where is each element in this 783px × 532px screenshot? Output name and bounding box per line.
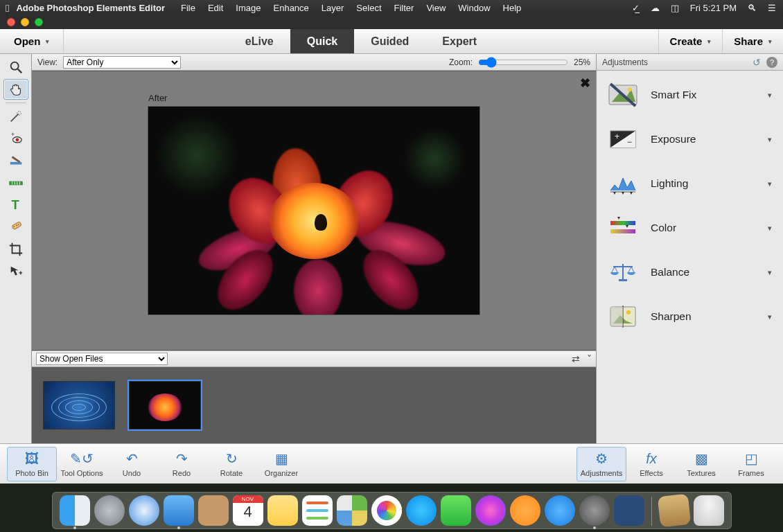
- textures-tab-button[interactable]: ▩Textures: [676, 447, 726, 481]
- dock-trash[interactable]: [694, 495, 724, 526]
- dock-pse-organizer[interactable]: [614, 495, 644, 526]
- apple-menu[interactable]: : [6, 2, 16, 14]
- help-icon[interactable]: ?: [766, 57, 777, 68]
- dock-appstore[interactable]: [545, 495, 575, 526]
- crop-tool[interactable]: [3, 239, 28, 260]
- adjustments-panel: Adjustments ↺ ? Smart Fix ▾ +− Exposure …: [596, 54, 783, 443]
- adj-sharpen[interactable]: Sharpen ▾: [604, 299, 776, 334]
- redo-button[interactable]: ↷Redo: [157, 447, 206, 481]
- mode-tab-quick[interactable]: Quick: [290, 29, 354, 53]
- clock[interactable]: Fri 5:21 PM: [689, 3, 738, 13]
- rotate-icon: ↻: [226, 450, 238, 467]
- menu-select[interactable]: Select: [350, 3, 387, 13]
- dock-recent-doc[interactable]: [657, 494, 690, 527]
- dock-mail[interactable]: [164, 495, 194, 526]
- whiten-teeth-tool[interactable]: [3, 150, 28, 171]
- spotlight-icon[interactable]: 🔍︎: [746, 3, 758, 13]
- dock-launchpad[interactable]: [94, 495, 125, 526]
- type-tool[interactable]: T: [3, 195, 28, 215]
- dock-messages[interactable]: [406, 495, 437, 526]
- adj-balance[interactable]: Balance ▾: [604, 255, 776, 290]
- notification-center-icon[interactable]: ☰: [766, 3, 777, 13]
- frames-icon: ◰: [745, 450, 758, 467]
- adj-exposure[interactable]: +− Exposure ▾: [604, 122, 776, 157]
- svg-line-2: [10, 114, 18, 121]
- close-document-button[interactable]: ✖: [580, 76, 590, 91]
- menu-help[interactable]: Help: [497, 3, 528, 13]
- dock-calendar[interactable]: NOV 4: [233, 495, 263, 526]
- hand-tool[interactable]: [3, 79, 28, 100]
- dock-system-preferences[interactable]: [579, 495, 610, 526]
- dock-reminders[interactable]: [302, 495, 333, 526]
- menu-enhance[interactable]: Enhance: [267, 3, 315, 13]
- window-minimize-button[interactable]: [21, 18, 29, 26]
- move-tool[interactable]: [3, 261, 28, 282]
- menu-window[interactable]: Window: [452, 3, 496, 13]
- svg-marker-34: [617, 217, 620, 220]
- cc-icon[interactable]: ☁: [649, 3, 661, 13]
- sort-icon[interactable]: ⇄: [572, 353, 580, 364]
- adj-lighting[interactable]: Lighting ▾: [604, 166, 776, 201]
- tool-options-button[interactable]: ✎↺Tool Options: [57, 447, 107, 481]
- canvas-view-label: After: [148, 93, 167, 103]
- effects-tab-button[interactable]: fxEffects: [626, 447, 676, 481]
- photobin-thumb-1[interactable]: [43, 381, 115, 429]
- reset-icon[interactable]: ↺: [753, 57, 761, 68]
- menu-filter[interactable]: Filter: [388, 3, 421, 13]
- window-close-button[interactable]: [7, 18, 15, 26]
- dock-ibooks[interactable]: [510, 495, 540, 526]
- undo-button[interactable]: ↶Undo: [107, 447, 157, 481]
- dock-maps[interactable]: [337, 495, 367, 526]
- displays-icon[interactable]: ◫: [669, 3, 680, 13]
- sharpen-icon: [608, 303, 638, 330]
- app-name[interactable]: Adobe Photoshop Elements Editor: [16, 3, 175, 13]
- dock-finder[interactable]: [60, 495, 90, 526]
- organizer-button[interactable]: ▦Organizer: [256, 447, 306, 481]
- ink-icon[interactable]: ✓̲: [631, 3, 641, 13]
- svg-text:T: T: [11, 197, 19, 212]
- straighten-tool[interactable]: [3, 172, 28, 193]
- dock-facetime[interactable]: [441, 495, 471, 526]
- dock-safari[interactable]: [129, 495, 159, 526]
- photo-bin-button[interactable]: 🖼︎Photo Bin: [7, 447, 57, 481]
- mode-tab-expert[interactable]: Expert: [425, 29, 493, 53]
- menu-view[interactable]: View: [420, 3, 452, 13]
- sliders-icon: ⚙︎: [595, 450, 608, 467]
- mode-tab-guided[interactable]: Guided: [354, 29, 425, 53]
- open-menu-button[interactable]: Open ▾: [0, 29, 64, 53]
- dock-photos[interactable]: [371, 495, 402, 526]
- app-topbar: Open ▾ eLive Quick Guided Expert Create …: [0, 29, 783, 54]
- svg-rect-9: [9, 181, 21, 185]
- calendar-month-label: NOV: [233, 495, 263, 503]
- window-zoom-button[interactable]: [35, 18, 43, 26]
- chevron-down-icon[interactable]: ˅: [587, 353, 592, 364]
- redeye-tool[interactable]: +: [3, 128, 28, 149]
- dock-contacts[interactable]: [198, 495, 229, 526]
- menu-edit[interactable]: Edit: [202, 3, 229, 13]
- create-menu-button[interactable]: Create ▾: [658, 29, 723, 53]
- share-menu-button[interactable]: Share ▾: [722, 29, 783, 53]
- quick-selection-tool[interactable]: [3, 106, 28, 127]
- open-files-select[interactable]: Show Open Files: [36, 353, 168, 365]
- rotate-button[interactable]: ↻Rotate: [206, 447, 256, 481]
- document-canvas[interactable]: [148, 107, 480, 314]
- adj-smart-fix[interactable]: Smart Fix ▾: [604, 78, 776, 112]
- photobin-thumb-2[interactable]: [129, 381, 201, 429]
- dock-notes[interactable]: [267, 495, 298, 526]
- mode-tab-elive[interactable]: eLive: [229, 29, 290, 53]
- zoom-slider[interactable]: [478, 57, 568, 68]
- adj-color[interactable]: Color ▾: [604, 211, 776, 245]
- open-label: Open: [14, 35, 40, 47]
- dock-itunes[interactable]: [475, 495, 506, 526]
- menu-layer[interactable]: Layer: [315, 3, 351, 13]
- zoom-value: 25%: [574, 57, 590, 67]
- redo-icon: ↷: [176, 450, 188, 467]
- svg-point-22: [628, 87, 632, 91]
- zoom-tool[interactable]: [3, 57, 28, 78]
- menu-file[interactable]: File: [175, 3, 202, 13]
- adjustments-tab-button[interactable]: ⚙︎Adjustments: [577, 447, 626, 481]
- healing-brush-tool[interactable]: [3, 217, 28, 238]
- menu-image[interactable]: Image: [229, 3, 267, 13]
- view-mode-select[interactable]: After Only: [63, 56, 181, 69]
- frames-tab-button[interactable]: ◰Frames: [726, 447, 776, 481]
